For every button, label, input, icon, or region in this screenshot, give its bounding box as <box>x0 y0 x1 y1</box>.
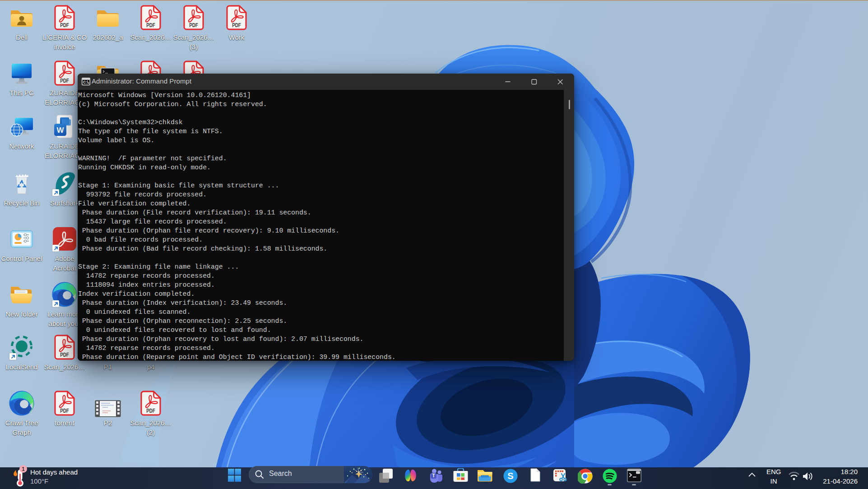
svg-text:C:\: C:\ <box>83 80 88 84</box>
svg-text:T: T <box>432 473 435 478</box>
svg-text:S: S <box>507 471 513 481</box>
svg-text:1: 1 <box>22 466 25 472</box>
